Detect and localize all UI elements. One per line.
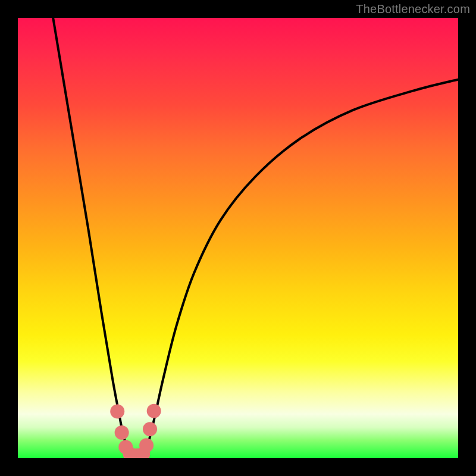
- series-right-branch: [143, 80, 458, 456]
- marker-point: [110, 405, 124, 419]
- series-left-branch: [53, 18, 131, 456]
- marker-point: [115, 425, 129, 440]
- plot-area: [18, 18, 458, 458]
- curve-lines: [53, 18, 458, 456]
- credit-text: TheBottlenecker.com: [356, 2, 470, 16]
- curve-markers: [110, 404, 161, 458]
- chart-svg: [18, 18, 458, 458]
- chart-frame: TheBottlenecker.com: [0, 0, 476, 476]
- marker-point: [139, 439, 154, 453]
- marker-point: [143, 422, 157, 436]
- marker-point: [147, 404, 161, 418]
